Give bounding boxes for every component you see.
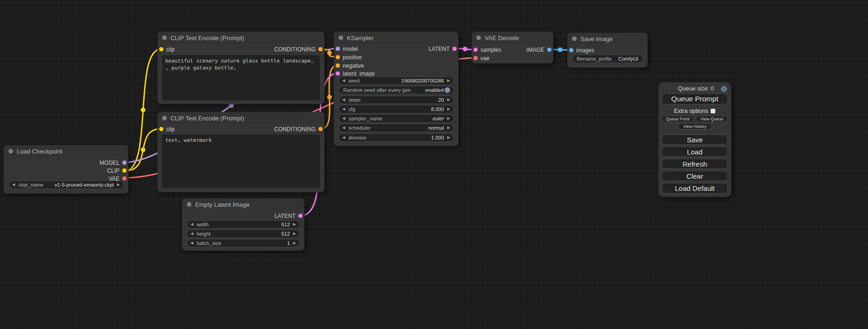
decrement-arrow-icon[interactable]: ◀	[342, 126, 345, 130]
latent-slot-dot[interactable]	[452, 47, 457, 51]
input-slot-clip[interactable]: clip	[157, 125, 175, 133]
save-button[interactable]: Save	[662, 134, 728, 145]
collapse-dot-icon[interactable]	[339, 35, 343, 40]
clip-slot-dot[interactable]	[159, 47, 163, 51]
widget-seed[interactable]: ◀ seed 156680208700286 ▶	[339, 77, 454, 85]
node-title-bar[interactable]: CLIP Text Encode (Prompt)	[157, 112, 325, 124]
node-title-bar[interactable]: Load Checkpoint	[4, 145, 128, 157]
node-title-bar[interactable]: VAE Decode	[472, 32, 553, 44]
widget-denoise[interactable]: ◀ denoise 1.000 ▶	[339, 133, 454, 142]
node-title-bar[interactable]: Empty Latent Image	[182, 198, 304, 210]
conditioning-slot-dot[interactable]	[336, 55, 340, 59]
node-vae-decode[interactable]: VAE Decode samples vae IMAGE	[472, 32, 553, 63]
collapse-dot-icon[interactable]	[162, 116, 167, 120]
input-slot-samples[interactable]: samples	[472, 46, 501, 54]
widget-random-seed-toggle[interactable]: Random seed after every gen enabled	[339, 86, 454, 94]
latent-slot-dot[interactable]	[336, 71, 340, 76]
node-ksampler[interactable]: KSampler model positive negative latent_…	[334, 32, 459, 146]
node-clip-text-encode-negative[interactable]: CLIP Text Encode (Prompt) clip CONDITION…	[157, 112, 325, 192]
input-slot-model[interactable]: model	[334, 45, 358, 53]
output-slot-clip[interactable]: CLIP	[107, 167, 128, 175]
output-slot-latent[interactable]: LATENT	[429, 45, 459, 53]
toggle-knob[interactable]	[445, 87, 450, 93]
image-slot-dot[interactable]	[547, 48, 551, 52]
widget-height[interactable]: ◀ height 512 ▶	[187, 230, 300, 238]
load-default-button[interactable]: Load Default	[662, 183, 728, 194]
output-slot-latent[interactable]: LATENT	[275, 212, 304, 220]
output-slot-conditioning[interactable]: CONDITIONING	[274, 45, 325, 53]
decrement-arrow-icon[interactable]: ◀	[12, 183, 15, 187]
view-history-button[interactable]: View History	[678, 123, 712, 130]
increment-arrow-icon[interactable]: ▶	[293, 241, 296, 245]
increment-arrow-icon[interactable]: ▶	[117, 183, 120, 187]
widget-ckpt-name[interactable]: ◀ ckpt_name v1-5-pruned-emaonly.ckpt ▶	[8, 181, 124, 189]
prompt-textarea[interactable]: text, watermark	[162, 134, 320, 188]
queue-prompt-button[interactable]: Queue Prompt	[662, 93, 728, 105]
input-slot-images[interactable]: images	[567, 46, 594, 54]
output-slot-conditioning[interactable]: CONDITIONING	[274, 125, 325, 133]
model-slot-dot[interactable]	[122, 161, 127, 165]
increment-arrow-icon[interactable]: ▶	[293, 223, 296, 226]
increment-arrow-icon[interactable]: ▶	[447, 107, 450, 111]
decrement-arrow-icon[interactable]: ◀	[191, 223, 193, 226]
prompt-textarea[interactable]: beautiful scenery nature glass bottle la…	[162, 55, 320, 100]
conditioning-slot-dot[interactable]	[336, 63, 340, 68]
increment-arrow-icon[interactable]: ▶	[447, 117, 450, 120]
input-slot-vae[interactable]: vae	[472, 54, 489, 62]
widget-width[interactable]: ◀ width 512 ▶	[187, 220, 300, 229]
increment-arrow-icon[interactable]: ▶	[447, 98, 450, 102]
collapse-dot-icon[interactable]	[8, 149, 13, 154]
refresh-button[interactable]: Refresh	[662, 159, 728, 169]
node-clip-text-encode-positive[interactable]: CLIP Text Encode (Prompt) clip CONDITION…	[157, 32, 325, 104]
input-slot-clip[interactable]: clip	[157, 45, 175, 53]
decrement-arrow-icon[interactable]: ◀	[342, 79, 345, 83]
input-slot-positive[interactable]: positive	[334, 53, 362, 61]
decrement-arrow-icon[interactable]: ◀	[342, 98, 345, 102]
collapse-dot-icon[interactable]	[572, 36, 577, 41]
node-title-bar[interactable]: CLIP Text Encode (Prompt)	[157, 32, 325, 44]
widget-sampler-name[interactable]: ◀ sampler_name euler ▶	[339, 114, 454, 123]
output-slot-image[interactable]: IMAGE	[526, 46, 553, 54]
decrement-arrow-icon[interactable]: ◀	[191, 241, 193, 245]
vae-slot-dot[interactable]	[473, 56, 478, 60]
clear-button[interactable]: Clear	[662, 171, 728, 181]
decrement-arrow-icon[interactable]: ◀	[342, 136, 345, 140]
widget-scheduler[interactable]: ◀ scheduler normal ▶	[339, 124, 454, 132]
widget-steps[interactable]: ◀ steps 20 ▶	[339, 96, 454, 104]
widget-cfg[interactable]: ◀ cfg 8.000 ▶	[339, 105, 454, 113]
decrement-arrow-icon[interactable]: ◀	[191, 232, 193, 236]
node-save-image[interactable]: Save Image images filename_prefix ComfyU…	[567, 33, 648, 68]
clip-slot-dot[interactable]	[159, 127, 163, 131]
clip-slot-dot[interactable]	[122, 168, 127, 173]
image-slot-dot[interactable]	[569, 48, 573, 52]
latent-slot-dot[interactable]	[298, 214, 303, 218]
increment-arrow-icon[interactable]: ▶	[447, 136, 450, 140]
widget-batch-size[interactable]: ◀ batch_size 1 ▶	[187, 239, 300, 247]
increment-arrow-icon[interactable]: ▶	[293, 232, 296, 236]
decrement-arrow-icon[interactable]: ◀	[342, 117, 345, 120]
collapse-dot-icon[interactable]	[476, 35, 481, 40]
model-slot-dot[interactable]	[336, 47, 340, 51]
drag-handle-icon[interactable]: ⋮⋮	[662, 86, 671, 91]
node-title-bar[interactable]: Save Image	[567, 33, 648, 45]
decrement-arrow-icon[interactable]: ◀	[342, 107, 345, 111]
input-slot-negative[interactable]: negative	[334, 62, 364, 70]
node-empty-latent-image[interactable]: Empty Latent Image LATENT ◀ width 512 ▶ …	[182, 198, 304, 251]
conditioning-slot-dot[interactable]	[318, 127, 323, 131]
latent-slot-dot[interactable]	[473, 48, 478, 52]
node-load-checkpoint[interactable]: Load Checkpoint MODEL CLIP VAE ◀ ckpt_na…	[4, 145, 128, 194]
collapse-dot-icon[interactable]	[187, 202, 191, 207]
widget-filename-prefix[interactable]: filename_prefix ComfyUI	[572, 55, 643, 63]
vae-slot-dot[interactable]	[122, 176, 127, 181]
extra-options-checkbox[interactable]	[711, 109, 715, 113]
increment-arrow-icon[interactable]: ▶	[447, 79, 450, 83]
output-slot-model[interactable]: MODEL	[99, 159, 128, 167]
conditioning-slot-dot[interactable]	[318, 47, 323, 51]
queue-front-button[interactable]: Queue Front	[662, 116, 694, 122]
load-button[interactable]: Load	[662, 147, 728, 157]
collapse-dot-icon[interactable]	[162, 35, 167, 40]
increment-arrow-icon[interactable]: ▶	[447, 126, 450, 130]
settings-gear-icon[interactable]	[720, 85, 727, 92]
node-title-bar[interactable]: KSampler	[334, 32, 459, 44]
view-queue-button[interactable]: View Queue	[696, 116, 728, 122]
